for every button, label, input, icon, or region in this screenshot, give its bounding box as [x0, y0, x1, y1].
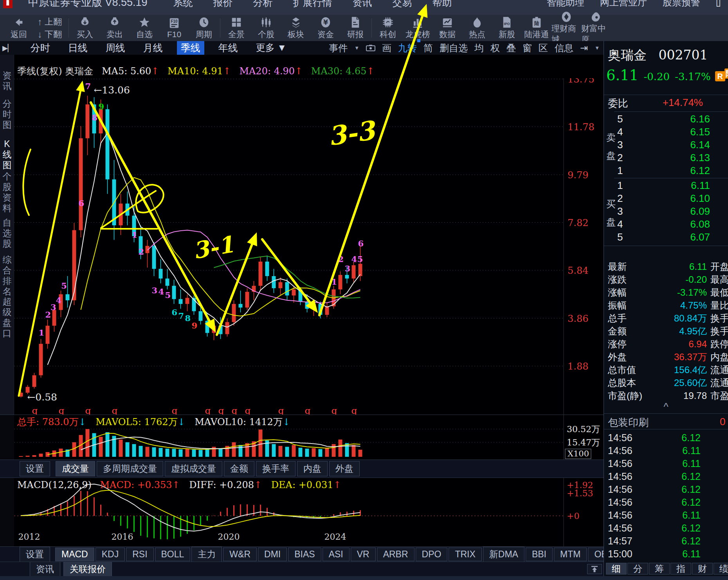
- mini-tab-绩[interactable]: 绩: [714, 563, 728, 575]
- volume-tab-金额[interactable]: 金额: [224, 461, 254, 476]
- indicator-tab-ASI[interactable]: ASI: [323, 548, 350, 561]
- toolbar-研报-button[interactable]: 研报: [341, 15, 370, 41]
- indicator-tab-新DMA[interactable]: 新DMA: [483, 547, 524, 562]
- period-tab-日线[interactable]: 日线: [64, 41, 92, 55]
- window-icon[interactable]: ▯: [716, 0, 721, 8]
- sidebar-item-自选股[interactable]: 自选股: [0, 217, 14, 249]
- bottom-tab-资讯[interactable]: 资讯: [30, 562, 60, 577]
- sidebar-item-综合排名[interactable]: 综合排名: [0, 255, 14, 297]
- macd-pane[interactable]: MACD(12,26,9) MACD: +0.353↑ DIFF: +0.208…: [14, 478, 604, 547]
- tool-信息[interactable]: 信息: [555, 42, 573, 54]
- period-tab-季线[interactable]: 季线: [177, 41, 204, 55]
- mini-tab-细[interactable]: 细: [606, 563, 627, 575]
- tool-均[interactable]: 均: [474, 42, 484, 54]
- mini-tab-财[interactable]: 财: [692, 563, 713, 575]
- menu-item-交易[interactable]: 交易: [393, 0, 412, 9]
- menu-item-分析[interactable]: 分析: [253, 0, 273, 9]
- toolbar-自选-button[interactable]: 自选: [130, 15, 159, 41]
- tool-画[interactable]: 画: [382, 42, 391, 54]
- kline-pane[interactable]: 季线(复权) 奥瑞金 MA5: 5.60↑ MA10: 4.91↑ MA20: …: [14, 55, 604, 415]
- toolbar-买入-button[interactable]: 买入: [70, 15, 100, 41]
- toolbar-周期-button[interactable]: 周期: [189, 15, 219, 41]
- sidebar-item-资讯[interactable]: 资讯: [0, 70, 14, 92]
- sidebar-item-K线图[interactable]: K线图: [0, 139, 14, 171]
- collapse-sidebar-icon[interactable]: ▶▏: [0, 44, 16, 52]
- indicator-tab-MACD[interactable]: MACD: [55, 548, 94, 561]
- volume-tab-换手率[interactable]: 换手率: [256, 461, 296, 476]
- bottom-tab-关联报价[interactable]: 关联报价: [63, 562, 112, 577]
- toolbar-F10-button[interactable]: F10F10: [159, 15, 189, 41]
- mini-tab-指[interactable]: 指: [670, 563, 691, 575]
- tool-窗[interactable]: 窗: [523, 42, 532, 54]
- tool-简[interactable]: 简: [423, 42, 433, 54]
- mini-tab-筹[interactable]: 筹: [649, 563, 670, 575]
- sector-label[interactable]: 包装印刷: [608, 416, 649, 429]
- volume-tab-内盘[interactable]: 内盘: [297, 461, 328, 476]
- volume-pane[interactable]: 总手: 783.0万↓ MAVOL5: 1762万↓ MAVOL10: 1412…: [14, 415, 604, 460]
- toolbar-数据-button[interactable]: 数据: [432, 15, 462, 41]
- toolbar-热点-button[interactable]: 热点: [462, 15, 492, 41]
- snapshot-icon[interactable]: [366, 45, 375, 52]
- volume-tab-成交量[interactable]: 成交量: [56, 461, 95, 476]
- menu-item-系统[interactable]: 系统: [173, 0, 193, 9]
- flip-up-button[interactable]: ↑上翻: [34, 16, 67, 28]
- indicator-tab-BBI[interactable]: BBI: [526, 548, 553, 561]
- period-tab-月线[interactable]: 月线: [139, 41, 167, 55]
- menu-item-扩展行情[interactable]: 扩展行情: [293, 0, 332, 9]
- indicator-tab-主力[interactable]: 主力: [191, 547, 222, 562]
- toolbar-龙虎榜-button[interactable]: 龙虎榜: [403, 15, 432, 41]
- menu-right-网上营业厅[interactable]: 网上营业厅: [600, 0, 647, 9]
- volume-tab-外盘[interactable]: 外盘: [329, 461, 360, 476]
- toolbar-返回-button[interactable]: 返回: [4, 15, 34, 41]
- toolbar-个股-button[interactable]: 个股: [251, 15, 281, 41]
- toolbar-板块-button[interactable]: 板块: [281, 15, 311, 41]
- indicator-tab-TRIX[interactable]: TRIX: [449, 548, 481, 561]
- volume-tab-虚拟成交量[interactable]: 虚拟成交量: [165, 461, 222, 476]
- volume-tab-多周期成交量[interactable]: 多周期成交量: [97, 461, 163, 476]
- toolbar-科创-button[interactable]: 科创: [373, 15, 403, 41]
- tool-九转[interactable]: 九转: [398, 42, 417, 54]
- period-tab-年线[interactable]: 年线: [214, 41, 242, 55]
- indicator-tab-VR[interactable]: VR: [351, 548, 376, 561]
- tool-事件[interactable]: 事件: [329, 42, 348, 54]
- volume-settings-button[interactable]: 设置: [20, 461, 50, 476]
- menu-item-帮助[interactable]: 帮助: [432, 0, 452, 9]
- flip-down-button[interactable]: ↓下翻: [34, 29, 67, 40]
- sidebar-item-分时图[interactable]: 分时图: [0, 99, 14, 130]
- indicator-tab-BOLL[interactable]: BOLL: [155, 548, 191, 561]
- menu-item-资讯[interactable]: 资讯: [353, 0, 372, 9]
- period-tab-更多[interactable]: 更多 ▼: [252, 41, 290, 55]
- indicator-tab-MTM[interactable]: MTM: [554, 548, 587, 561]
- indicator-tab-BIAS[interactable]: BIAS: [288, 548, 321, 561]
- period-tab-周线[interactable]: 周线: [102, 41, 129, 55]
- indicator-tab-RSI[interactable]: RSI: [126, 548, 153, 561]
- tool-权[interactable]: 权: [490, 42, 500, 54]
- indicator-tab-DMI[interactable]: DMI: [258, 548, 287, 561]
- tool-▼[interactable]: ▼: [595, 45, 600, 51]
- collapse-chevron-icon[interactable]: ^: [604, 402, 728, 412]
- tool-⇥[interactable]: ⇥: [580, 43, 588, 54]
- tool-删自选[interactable]: 删自选: [440, 42, 468, 54]
- toolbar-财富中原-button[interactable]: 财富中原: [581, 15, 611, 41]
- menu-right-智能助理[interactable]: 智能助理: [547, 0, 584, 9]
- indicator-tab-DPO[interactable]: DPO: [416, 548, 448, 561]
- toolbar-陆港通-button[interactable]: 陆陆港通: [522, 15, 551, 41]
- kline-chart[interactable]: 13.7511.789.797.825.843.861.881234567891…: [14, 78, 604, 415]
- tool-叠[interactable]: 叠: [506, 42, 516, 54]
- toolbar-理财商城-button[interactable]: 理财商城: [551, 15, 581, 41]
- toolbar-新股-button[interactable]: IPO新股: [492, 15, 522, 41]
- toolbar-卖出-button[interactable]: 卖出: [100, 15, 130, 41]
- toolbar-全景-button[interactable]: 全景: [222, 15, 251, 41]
- indicator-settings-button[interactable]: 设置: [20, 547, 50, 562]
- indicator-tab-KDJ[interactable]: KDJ: [96, 548, 125, 561]
- tool-区[interactable]: 区: [539, 42, 548, 54]
- toolbar-资金-button[interactable]: ¥资金: [311, 15, 341, 41]
- sidebar-item-超级盘口[interactable]: 超级盘口: [0, 296, 14, 339]
- menu-right-股票预警[interactable]: 股票预警: [663, 0, 700, 9]
- scroll-to-top-icon[interactable]: [587, 564, 602, 574]
- indicator-tab-ARBR[interactable]: ARBR: [377, 548, 414, 561]
- tool-▼[interactable]: ▼: [354, 45, 359, 51]
- sidebar-item-个股资料[interactable]: 个股资料: [0, 171, 14, 214]
- menu-item-报价[interactable]: 报价: [213, 0, 233, 9]
- mini-tab-分[interactable]: 分: [627, 563, 648, 575]
